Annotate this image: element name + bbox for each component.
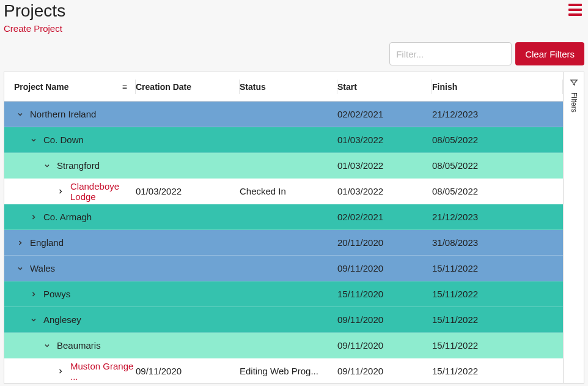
group-label: Powys xyxy=(43,289,70,299)
grid-header: Project Name ≡ Creation Date Status Star… xyxy=(4,72,563,102)
column-header-status-label: Status xyxy=(240,82,266,92)
cell-finish: 15/11/2022 xyxy=(432,263,563,273)
cell-name: Wales xyxy=(4,263,136,273)
group-label: Northern Ireland xyxy=(30,109,96,119)
cell-name: Muston Grange ... xyxy=(4,361,136,382)
column-header-status[interactable]: Status xyxy=(240,82,337,92)
table-row[interactable]: Powys15/11/202015/11/2022 xyxy=(4,281,563,307)
filters-panel-toggle[interactable]: Filters xyxy=(563,72,584,383)
cell-status: Editing Web Prog... xyxy=(240,366,337,376)
column-header-finish-label: Finish xyxy=(432,82,457,92)
chevron-right-icon[interactable] xyxy=(30,213,37,221)
clear-filters-button[interactable]: Clear Filters xyxy=(515,42,584,65)
cell-start: 02/02/2021 xyxy=(337,212,432,222)
cell-finish: 21/12/2023 xyxy=(432,109,563,119)
cell-creation: 09/11/2020 xyxy=(136,366,240,376)
column-header-name-label: Project Name xyxy=(14,82,68,92)
chevron-down-icon[interactable] xyxy=(43,162,51,169)
cell-start: 15/11/2020 xyxy=(337,289,432,299)
grid-body[interactable]: Northern Ireland02/02/202121/12/2023Co. … xyxy=(4,102,563,383)
group-label: Anglesey xyxy=(43,314,81,325)
chevron-down-icon[interactable] xyxy=(17,111,24,118)
chevron-down-icon[interactable] xyxy=(30,316,37,324)
filters-panel-label: Filters xyxy=(570,92,578,113)
filter-icon xyxy=(570,78,578,89)
create-project-link[interactable]: Create Project xyxy=(4,23,62,34)
projects-grid: Project Name ≡ Creation Date Status Star… xyxy=(4,72,584,384)
cell-name: Beaumaris xyxy=(4,340,136,351)
table-row[interactable]: Co. Down01/03/202208/05/2022 xyxy=(4,127,563,153)
chevron-right-icon[interactable] xyxy=(17,239,24,247)
cell-finish: 21/12/2023 xyxy=(432,212,563,222)
column-header-finish[interactable]: Finish xyxy=(432,82,563,92)
cell-finish: 15/11/2022 xyxy=(432,314,563,325)
chevron-right-icon[interactable] xyxy=(30,291,37,298)
cell-finish: 31/08/2023 xyxy=(432,237,563,248)
chevron-right-icon[interactable] xyxy=(57,368,64,375)
cell-start: 01/03/2022 xyxy=(337,160,432,171)
project-link[interactable]: Muston Grange ... xyxy=(70,361,136,382)
column-header-start-label: Start xyxy=(337,82,357,92)
cell-name: Anglesey xyxy=(4,314,136,325)
table-row[interactable]: Wales09/11/202015/11/2022 xyxy=(4,256,563,281)
column-header-creation[interactable]: Creation Date xyxy=(136,82,240,92)
cell-name: Powys xyxy=(4,289,136,299)
cell-name: England xyxy=(4,237,136,248)
table-row[interactable]: Strangford01/03/202208/05/2022 xyxy=(4,153,563,179)
column-menu-icon[interactable]: ≡ xyxy=(122,82,127,92)
cell-name: Co. Armagh xyxy=(4,212,136,222)
table-row[interactable]: Northern Ireland02/02/202121/12/2023 xyxy=(4,102,563,127)
cell-name: Northern Ireland xyxy=(4,109,136,119)
group-label: Strangford xyxy=(57,160,100,171)
group-label: Co. Down xyxy=(43,135,84,145)
group-label: England xyxy=(30,237,64,248)
table-row[interactable]: Anglesey09/11/202015/11/2022 xyxy=(4,307,563,333)
project-link[interactable]: Clandeboye Lodge xyxy=(70,181,136,202)
cell-finish: 08/05/2022 xyxy=(432,135,563,145)
cell-name: Strangford xyxy=(4,160,136,171)
cell-start: 09/11/2020 xyxy=(337,366,432,376)
chevron-right-icon[interactable] xyxy=(57,188,64,195)
cell-start: 09/11/2020 xyxy=(337,340,432,351)
menu-icon[interactable] xyxy=(568,1,584,16)
table-row[interactable]: England20/11/202031/08/2023 xyxy=(4,230,563,256)
cell-start: 20/11/2020 xyxy=(337,237,432,248)
cell-finish: 15/11/2022 xyxy=(432,340,563,351)
table-row[interactable]: Co. Armagh02/02/202121/12/2023 xyxy=(4,204,563,230)
column-header-name[interactable]: Project Name ≡ xyxy=(4,82,136,92)
column-header-creation-label: Creation Date xyxy=(136,82,191,92)
cell-start: 01/03/2022 xyxy=(337,135,432,145)
group-label: Co. Armagh xyxy=(43,212,92,222)
table-row[interactable]: Clandeboye Lodge01/03/2022Checked In01/0… xyxy=(4,179,563,204)
cell-start: 02/02/2021 xyxy=(337,109,432,119)
cell-name: Co. Down xyxy=(4,135,136,145)
cell-start: 09/11/2020 xyxy=(337,314,432,325)
cell-finish: 08/05/2022 xyxy=(432,160,563,171)
cell-start: 09/11/2020 xyxy=(337,263,432,273)
group-label: Wales xyxy=(30,263,55,273)
cell-start: 01/03/2022 xyxy=(337,186,432,196)
chevron-down-icon[interactable] xyxy=(30,136,37,144)
cell-finish: 15/11/2022 xyxy=(432,366,563,376)
chevron-down-icon[interactable] xyxy=(43,342,51,349)
cell-status: Checked In xyxy=(240,186,337,196)
cell-finish: 15/11/2022 xyxy=(432,289,563,299)
group-label: Beaumaris xyxy=(57,340,101,351)
cell-name: Clandeboye Lodge xyxy=(4,181,136,202)
filter-input[interactable] xyxy=(389,42,512,65)
chevron-down-icon[interactable] xyxy=(17,265,24,272)
page-title: Projects xyxy=(4,1,65,21)
table-row[interactable]: Muston Grange ...09/11/2020Editing Web P… xyxy=(4,358,563,383)
column-header-start[interactable]: Start xyxy=(337,82,432,92)
cell-creation: 01/03/2022 xyxy=(136,186,240,196)
cell-finish: 08/05/2022 xyxy=(432,186,563,196)
table-row[interactable]: Beaumaris09/11/202015/11/2022 xyxy=(4,333,563,358)
